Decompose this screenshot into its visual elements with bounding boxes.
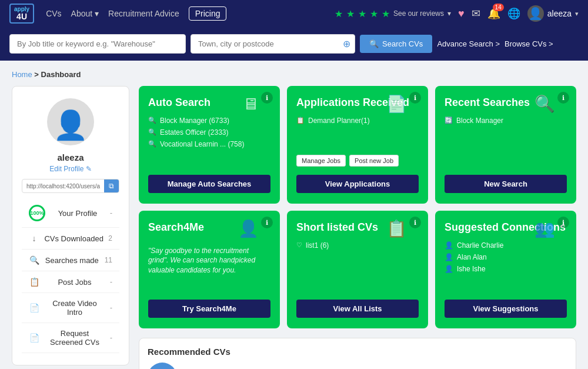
applications-card-icon: 📄 <box>386 94 407 114</box>
connection-item-2: 👤 Alan Alan <box>445 253 567 261</box>
recommended-section: Recommended CVs A <box>139 338 576 369</box>
sidebar-item-searches[interactable]: 🔍 Searches made 11 <box>22 250 119 271</box>
bell-icon[interactable]: 🔔 14 <box>487 7 500 20</box>
recent-search-icon-1: 🔄 <box>445 117 453 124</box>
person-icon-1: 👤 <box>445 241 453 250</box>
nav-recruitment[interactable]: Recruitment Advice <box>108 9 179 18</box>
recent-search-label-1: Block Manager <box>456 117 503 125</box>
nav-about[interactable]: About ▾ <box>71 9 99 18</box>
profile-url-text: http://localhost:4200/users/a <box>22 181 104 192</box>
star-4: ★ <box>370 8 378 19</box>
new-search-button[interactable]: New Search <box>445 175 567 193</box>
progress-circle: 100% <box>29 205 45 221</box>
reviews-link[interactable]: See our reviews <box>393 9 444 18</box>
search-cvs-button[interactable]: 🔍 Search CVs <box>360 35 432 53</box>
search-item-icon-3: 🔍 <box>148 140 156 148</box>
content-layout: 👤 aleeza Edit Profile ✎ http://localhost… <box>12 86 576 369</box>
user-menu[interactable]: 👤 aleeza ▾ <box>527 5 579 22</box>
recommended-title: Recommended CVs <box>148 347 567 357</box>
auto-search-item-1: 🔍 Block Manager (6733) <box>148 117 270 125</box>
sidebar-label-video: Create Video Intro <box>44 299 105 317</box>
notification-badge: 14 <box>493 4 504 11</box>
search-sidebar-icon: 🔍 <box>29 255 39 265</box>
dashboard-grid: ℹ 🖥 Auto Search 🔍 Block Manager (6733) 🔍… <box>139 86 576 328</box>
breadcrumb-home[interactable]: Home <box>12 70 32 79</box>
nav-links: CVs About ▾ Recruitment Advice Pricing <box>46 6 226 21</box>
auto-search-item-label-1: Block Manager (6733) <box>160 117 229 125</box>
nav-right: ★ ★ ★ ★ ★ See our reviews ▾ ♥ ✉ 🔔 14 🌐 👤… <box>335 5 579 22</box>
sidebar-menu: 100% Your Profile - ↓ CVs Downloaded 2 🔍… <box>22 199 119 353</box>
recent-search-item-1: 🔄 Block Manager <box>445 117 567 125</box>
sidebar-item-video[interactable]: 📄 Create Video Intro - <box>22 293 119 323</box>
mail-icon[interactable]: ✉ <box>472 7 480 20</box>
try-search4me-button[interactable]: Try Search4Me <box>148 300 270 318</box>
avatar-silhouette: 👤 <box>53 111 88 139</box>
search4me-card-icon: 👤 <box>238 219 259 238</box>
logo-main: 4U <box>16 12 27 21</box>
postjob-icon: 📋 <box>29 277 39 287</box>
heart-icon[interactable]: ♥ <box>458 8 465 20</box>
applications-item-1: 📋 Demand Planner(1) <box>296 117 419 125</box>
advance-search-link[interactable]: Advance Search > <box>437 39 500 48</box>
search4me-info-icon[interactable]: ℹ <box>261 217 273 228</box>
person-icon-2: 👤 <box>445 253 453 261</box>
sidebar-item-cvs-downloaded[interactable]: ↓ CVs Downloaded 2 <box>22 228 119 250</box>
screened-icon: 📄 <box>29 333 39 343</box>
sidebar-value-video: - <box>110 304 112 312</box>
download-icon: ↓ <box>29 234 39 243</box>
globe-icon[interactable]: 🌐 <box>507 7 520 20</box>
applications-info-icon[interactable]: ℹ <box>409 92 421 104</box>
sidebar-value-postjobs: - <box>110 278 112 286</box>
manage-jobs-button[interactable]: Manage Jobs <box>296 155 346 167</box>
auto-search-card-icon: 🖥 <box>242 94 259 114</box>
sidebar-label-searches: Searches made <box>44 256 100 265</box>
edit-profile-link[interactable]: Edit Profile ✎ <box>22 165 119 173</box>
copy-url-button[interactable]: ⧉ <box>104 179 119 192</box>
applications-items: 📋 Demand Planner(1) <box>296 117 419 155</box>
connection-item-3: 👤 Ishe Ishe <box>445 265 567 273</box>
edit-icon: ✎ <box>86 165 92 173</box>
view-all-lists-button[interactable]: View All Lists <box>296 300 419 318</box>
recent-searches-items: 🔄 Block Manager <box>445 117 567 144</box>
post-new-job-button[interactable]: Post new Job <box>349 155 399 167</box>
shortlisted-info-icon[interactable]: ℹ <box>409 217 421 228</box>
recent-searches-info-icon[interactable]: ℹ <box>557 92 569 104</box>
search-icon: 🔍 <box>369 39 379 48</box>
mini-buttons-area: Manage Jobs Post new Job <box>296 155 419 167</box>
breadcrumb-current: Dashboard <box>41 70 81 79</box>
logo[interactable]: apply 4U <box>9 4 34 24</box>
suggested-info-icon[interactable]: ℹ <box>557 217 569 228</box>
nav-cvs[interactable]: CVs <box>46 9 61 18</box>
manage-auto-searches-button[interactable]: Manage Auto Searches <box>148 175 270 193</box>
view-suggestions-button[interactable]: View Suggestions <box>445 300 567 318</box>
shortlisted-card: ℹ 📋 Short listed CVs ♡ list1 (6) View Al… <box>287 211 428 328</box>
location-input[interactable] <box>191 34 355 54</box>
sidebar-value-searches: 11 <box>105 256 112 264</box>
app-item-icon-1: 📋 <box>296 117 305 124</box>
search-bar: ⊕ 🔍 Search CVs Advance Search > Browse C… <box>0 27 588 61</box>
connections-list: 👤 Charlie Charlie 👤 Alan Alan 👤 Ishe Ish… <box>445 241 567 295</box>
sidebar-item-screened[interactable]: 📄 Request Screened CVs - <box>22 323 119 353</box>
connection-name-1: Charlie Charlie <box>457 241 503 250</box>
user-avatar-small: 👤 <box>527 5 544 22</box>
top-navigation: apply 4U CVs About ▾ Recruitment Advice … <box>0 0 588 27</box>
recent-searches-card: ℹ 🔍 Recent Searches 🔄 Block Manager New … <box>435 86 576 204</box>
reviews-area[interactable]: ★ ★ ★ ★ ★ See our reviews ▾ <box>335 8 451 19</box>
sidebar-item-post-jobs[interactable]: 📋 Post Jobs - <box>22 271 119 293</box>
view-applications-button[interactable]: View Applications <box>296 175 419 193</box>
sidebar-label-postjobs: Post Jobs <box>44 278 105 287</box>
star-3: ★ <box>358 8 366 19</box>
video-icon: 📄 <box>29 303 39 313</box>
sidebar-item-profile[interactable]: 100% Your Profile - <box>22 199 119 228</box>
breadcrumb: Home > Dashboard <box>12 70 576 79</box>
browse-cvs-link[interactable]: Browse CVs > <box>505 39 553 48</box>
sidebar-label-cvs: CVs Downloaded <box>44 234 103 243</box>
job-search-input[interactable] <box>9 34 186 54</box>
nav-pricing[interactable]: Pricing <box>189 6 227 21</box>
auto-search-info-icon[interactable]: ℹ <box>261 92 273 104</box>
connection-name-3: Ishe Ishe <box>457 265 486 273</box>
reviews-chevron: ▾ <box>447 9 451 18</box>
rec-avatar: A <box>148 363 177 369</box>
sidebar-username: aleeza <box>22 152 119 162</box>
connection-item-1: 👤 Charlie Charlie <box>445 241 567 250</box>
